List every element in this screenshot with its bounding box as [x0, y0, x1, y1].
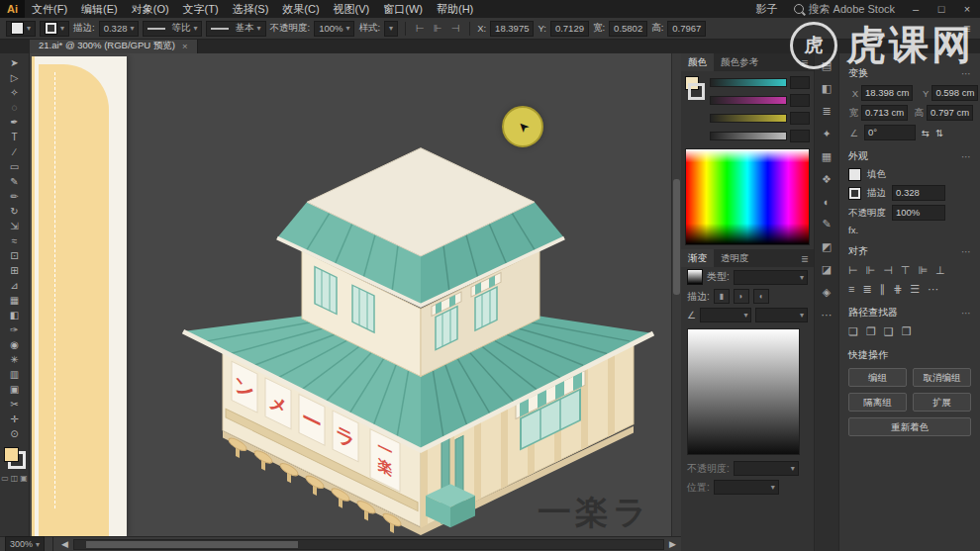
tool-line[interactable]: ∕: [3, 144, 27, 159]
panel-menu-icon[interactable]: ≣: [796, 253, 814, 264]
stroke-gradient-within-icon[interactable]: ▮: [714, 289, 730, 304]
tool-scale[interactable]: ⇲: [3, 219, 27, 233]
menu-object[interactable]: 对象(O): [125, 0, 176, 18]
horizontal-scroll-thumb[interactable]: [86, 541, 298, 548]
vertical-scroll-thumb[interactable]: [673, 179, 680, 295]
prop-h-field[interactable]: 0.797 cm: [927, 105, 973, 121]
appearance-stroke-weight[interactable]: 0.328: [892, 185, 945, 201]
prop-w-field[interactable]: 0.713 cm: [861, 105, 908, 121]
menu-effect[interactable]: 效果(C): [275, 0, 326, 18]
stroke-gradient-across-icon[interactable]: ◖: [753, 289, 769, 304]
tool-pen[interactable]: ✒: [3, 115, 27, 130]
tool-rectangle[interactable]: ▭: [3, 159, 27, 174]
tool-hand[interactable]: ✛: [3, 412, 27, 426]
cyan-slider[interactable]: [710, 78, 787, 87]
distribute-2-icon[interactable]: ≣: [862, 283, 871, 296]
distribute-5-icon[interactable]: ☰: [910, 283, 920, 296]
recolor-button[interactable]: 重新着色: [848, 417, 971, 436]
tab-color[interactable]: 颜色: [681, 53, 714, 71]
align-right-icon[interactable]: ⊣: [448, 23, 462, 34]
tool-width[interactable]: ≈: [3, 233, 27, 248]
panel-menu-icon[interactable]: ≣: [960, 23, 974, 34]
brush-dropdown[interactable]: 基本▾: [206, 21, 265, 37]
align-more-icon[interactable]: ⋯: [961, 246, 971, 257]
flip-horizontal-icon[interactable]: ⇆: [922, 128, 930, 138]
stroke-weight-dropdown[interactable]: 0.328▾: [99, 21, 140, 37]
yellow-slider[interactable]: [710, 114, 787, 123]
magenta-value[interactable]: [790, 94, 810, 107]
tool-blend[interactable]: ◉: [3, 337, 27, 352]
stroke-gradient-along-icon[interactable]: ◗: [734, 289, 749, 304]
panel-icon-symbols[interactable]: ▦: [822, 150, 832, 163]
ramen-shop-artwork[interactable]: ン メ ー ラ 一 楽: [127, 53, 681, 536]
magenta-slider[interactable]: [710, 96, 787, 105]
panel-menu-icon[interactable]: ≣: [796, 57, 814, 68]
panel-icon-artboards[interactable]: ◈: [823, 286, 831, 299]
yellow-value[interactable]: [790, 112, 810, 125]
tool-paintbrush[interactable]: ✎: [3, 174, 27, 189]
tool-free-transform[interactable]: ⊡: [3, 248, 27, 263]
panel-icon-appearance[interactable]: ✎: [822, 218, 831, 230]
fill-stroke-indicator[interactable]: [4, 447, 26, 469]
tab-gradient[interactable]: 渐变: [681, 249, 714, 267]
align-center-icon[interactable]: ⊩: [431, 23, 444, 34]
gradient-position-dropdown[interactable]: ▾: [714, 480, 779, 495]
expand-button[interactable]: 扩展: [913, 393, 971, 412]
pathfinder-more-icon[interactable]: ⋯: [961, 308, 971, 319]
panel-icon-gradient[interactable]: ◐: [824, 196, 831, 208]
horizontal-scrollbar[interactable]: [73, 539, 664, 550]
menu-help[interactable]: 帮助(H): [430, 0, 480, 18]
tool-rotate[interactable]: ↻: [3, 204, 27, 219]
fill-indicator[interactable]: [4, 447, 19, 462]
workspace-label[interactable]: 影子: [748, 2, 786, 17]
appearance-stroke-swatch[interactable]: [848, 187, 861, 200]
menu-edit[interactable]: 编辑(E): [74, 0, 125, 18]
tool-slice[interactable]: ✂: [3, 397, 27, 412]
tool-zoom[interactable]: ⊙: [3, 426, 27, 441]
ungroup-button[interactable]: 取消编组: [913, 368, 971, 387]
app-logo[interactable]: Ai: [0, 0, 25, 18]
tool-magic-wand[interactable]: ✧: [3, 85, 27, 100]
canvas[interactable]: ン メ ー ラ 一 楽: [30, 53, 681, 536]
panel-icon-layers[interactable]: ◪: [822, 263, 832, 276]
align-left-icon[interactable]: ⊢: [848, 264, 858, 277]
align-top-icon[interactable]: ⊤: [901, 264, 911, 277]
fill-color-picker[interactable]: ▾: [6, 21, 36, 37]
distribute-1-icon[interactable]: ≡: [848, 283, 854, 296]
align-bottom-icon[interactable]: ⊥: [935, 264, 945, 277]
stroke-color-picker[interactable]: ▾: [40, 21, 69, 37]
x-field[interactable]: 18.3975: [490, 21, 534, 37]
document-tab[interactable]: 21.ai* @ 300% (RGB/GPU 预览) ×: [30, 39, 198, 53]
tool-pencil[interactable]: ✏: [3, 189, 27, 204]
appearance-more-icon[interactable]: ⋯: [961, 151, 971, 162]
prop-y-field[interactable]: 0.598 cm: [931, 85, 978, 101]
draw-mode-buttons[interactable]: ▭◫▣: [1, 474, 28, 483]
tool-symbol-sprayer[interactable]: ✳: [3, 352, 27, 367]
tool-perspective-grid[interactable]: ⊿: [3, 278, 27, 293]
align-h-center-icon[interactable]: ⊩: [866, 264, 876, 277]
align-v-center-icon[interactable]: ⊫: [918, 264, 928, 277]
stroke-profile-dropdown[interactable]: 等比▾: [143, 21, 202, 37]
panel-icon-swatches[interactable]: ≣: [822, 105, 831, 118]
menu-view[interactable]: 视图(V): [327, 0, 377, 18]
yellow-rounded-shape[interactable]: [39, 64, 109, 536]
tool-artboard[interactable]: ▣: [3, 382, 27, 397]
gradient-opacity-dropdown[interactable]: ▾: [734, 461, 799, 476]
menu-type[interactable]: 文字(T): [176, 0, 226, 18]
distribute-more-icon[interactable]: ⋯: [928, 283, 938, 296]
scroll-right-icon[interactable]: ▶: [669, 539, 676, 549]
pathfinder-exclude-icon[interactable]: ❒: [902, 325, 912, 338]
appearance-opacity-field[interactable]: 100%: [892, 205, 945, 221]
style-dropdown[interactable]: ▾: [384, 21, 398, 37]
align-right-icon[interactable]: ⊣: [883, 264, 893, 277]
distribute-3-icon[interactable]: ∥: [880, 283, 886, 296]
tool-direct-selection[interactable]: ▷: [3, 70, 27, 85]
tool-shape-builder[interactable]: ⊞: [3, 263, 27, 278]
color-fill-stroke[interactable]: [685, 76, 705, 100]
maximize-button[interactable]: □: [929, 0, 954, 18]
tool-selection[interactable]: ➤: [3, 55, 27, 70]
appearance-fill-swatch[interactable]: [848, 168, 861, 181]
pathfinder-minus-front-icon[interactable]: ❐: [866, 325, 876, 338]
menu-select[interactable]: 选择(S): [226, 0, 276, 18]
flip-vertical-icon[interactable]: ⇅: [935, 128, 943, 138]
